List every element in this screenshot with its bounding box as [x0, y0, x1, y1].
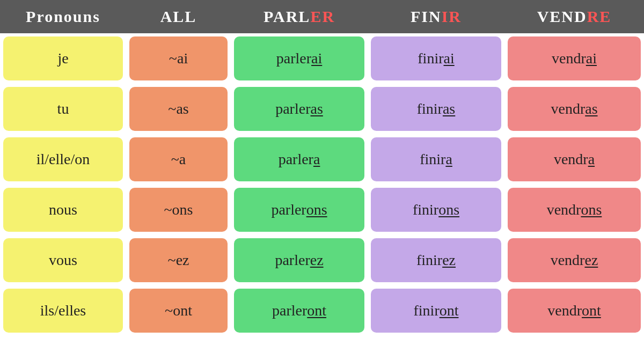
header-parler-label: PARLER — [264, 8, 335, 26]
all-row-4: ~ez — [129, 238, 228, 282]
parler-row-3: parlerons — [234, 188, 364, 232]
finir-row-5: finiront — [371, 289, 501, 333]
pronoun-row-2: il/elle/on — [3, 137, 123, 181]
pronoun-row-3: nous — [3, 188, 123, 232]
vendre-row-2: vendra — [508, 137, 641, 181]
finir-row-1: finiras — [371, 87, 501, 131]
header-pronouns: Pronouns — [0, 0, 126, 33]
vendre-row-1: vendras — [508, 87, 641, 131]
conjugation-table: Pronouns ALL PARLER FINIR VENDRE je~aipa… — [0, 0, 644, 338]
header-parler: PARLER — [231, 0, 368, 33]
vendre-row-4: vendrez — [508, 238, 641, 282]
parler-row-5: parleront — [234, 289, 364, 333]
header-vendre: VENDRE — [504, 0, 644, 33]
finir-row-4: finirez — [371, 238, 501, 282]
header-vendre-label: VENDRE — [537, 8, 612, 26]
pronoun-row-4: vous — [3, 238, 123, 282]
pronoun-row-5: ils/elles — [3, 289, 123, 333]
header-finir: FINIR — [368, 0, 504, 33]
vendre-row-5: vendront — [508, 289, 641, 333]
finir-row-2: finira — [371, 137, 501, 181]
header-all-label: ALL — [160, 8, 197, 26]
all-row-5: ~ont — [129, 289, 228, 333]
header-finir-label: FINIR — [411, 8, 462, 26]
pronoun-row-0: je — [3, 36, 123, 80]
header-all: ALL — [126, 0, 231, 33]
all-row-1: ~as — [129, 87, 228, 131]
all-row-3: ~ons — [129, 188, 228, 232]
header-pronouns-label: Pronouns — [26, 8, 100, 26]
all-row-0: ~ai — [129, 36, 228, 80]
parler-row-4: parlerez — [234, 238, 364, 282]
pronoun-row-1: tu — [3, 87, 123, 131]
parler-row-2: parlera — [234, 137, 364, 181]
parler-row-0: parlerai — [234, 36, 364, 80]
vendre-row-3: vendrons — [508, 188, 641, 232]
vendre-row-0: vendrai — [508, 36, 641, 80]
finir-row-0: finirai — [371, 36, 501, 80]
finir-row-3: finirons — [371, 188, 501, 232]
parler-row-1: parleras — [234, 87, 364, 131]
all-row-2: ~a — [129, 137, 228, 181]
